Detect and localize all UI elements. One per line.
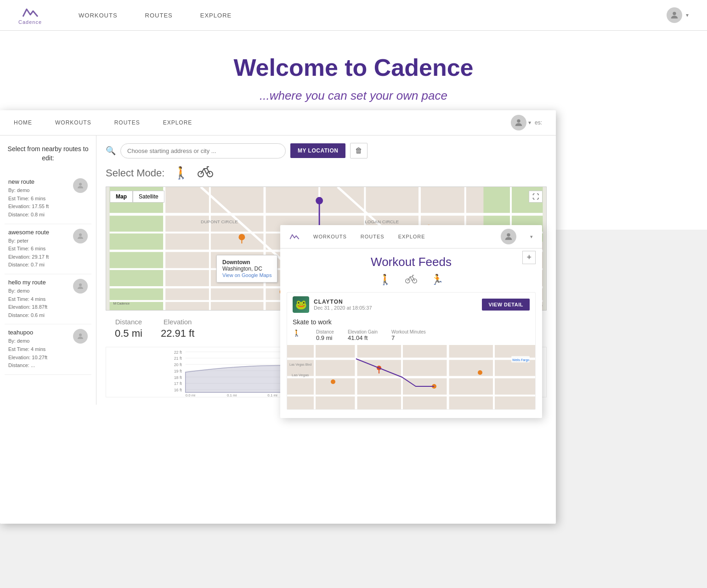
app-nav-workouts[interactable]: WORKOUTS — [55, 119, 91, 126]
svg-point-2 — [79, 183, 82, 186]
workout-user-info: CLAYTON Dec 31 , 2020 at 18:05:37 — [314, 299, 477, 311]
route-detail: By: demo Est Time: 4 mins Elevation: 18.… — [8, 287, 69, 319]
my-location-button[interactable]: MY LOCATION — [290, 143, 345, 158]
route-name: new route — [8, 178, 69, 185]
workout-elevation-stat: Elevation Gain 41.04 ft — [348, 329, 378, 341]
user-icon — [669, 10, 679, 20]
elevation-value: 22.91 ft — [161, 328, 194, 339]
app-user-avatar[interactable] — [511, 115, 526, 130]
svg-point-79 — [478, 370, 482, 375]
svg-text:Las Vegas: Las Vegas — [292, 373, 309, 377]
svg-point-0 — [673, 12, 676, 15]
feeds-user-avatar[interactable] — [501, 229, 516, 244]
user-icon — [514, 118, 524, 128]
workout-name: Skate to work — [287, 317, 535, 329]
infobox-title: Downtown — [222, 259, 250, 266]
svg-point-1 — [517, 119, 520, 123]
landing-nav: Cadence WORKOUTS ROUTES EXPLORE ▾ — [0, 0, 707, 31]
distance-label: Distance — [115, 318, 142, 326]
landing-logo: Cadence — [18, 6, 42, 25]
feeds-nav: WORKOUTS ROUTES EXPLORE ▾ — [280, 225, 542, 249]
person-icon — [76, 332, 85, 340]
view-detail-button[interactable]: VIEW DETAIL — [482, 299, 530, 311]
workout-map-svg: Las Vegas Las Vegas Blvd Wells Fargo — [287, 345, 535, 409]
app-nav: HOME WORKOUTS ROUTES EXPLORE ▾ es: — [0, 110, 556, 136]
app-user-chevron[interactable]: ▾ — [528, 119, 531, 126]
mode-row: Select Mode: 🚶 — [106, 165, 547, 181]
feeds-nav-workouts[interactable]: WORKOUTS — [313, 234, 347, 239]
svg-rect-9 — [110, 187, 164, 310]
sidebar: Select from nearby routes to edit: new r… — [0, 136, 96, 405]
svg-text:18 ft: 18 ft — [174, 375, 182, 380]
landing-nav-links: WORKOUTS ROUTES EXPLORE — [79, 12, 667, 19]
satellite-view-button[interactable]: Satellite — [133, 191, 164, 203]
svg-text:20 ft: 20 ft — [174, 362, 182, 367]
infobox-link[interactable]: View on Google Maps — [222, 272, 271, 278]
map-infobox: Downtown Washington, DC View on Google M… — [216, 255, 277, 283]
route-item[interactable]: new route By: demo Est Time: 6 mins Elev… — [5, 174, 91, 224]
walk-mode-icon[interactable]: 🚶 — [174, 166, 188, 180]
feeds-title: Workout Feeds — [280, 249, 542, 274]
map-controls: Map Satellite — [110, 191, 164, 203]
landing-title: Welcome to Cadence — [0, 54, 707, 81]
feeds-add-button[interactable]: + — [522, 251, 536, 264]
svg-text:22 ft: 22 ft — [174, 350, 182, 355]
feeds-bike-icon[interactable] — [405, 274, 417, 287]
elevation-label: Elevation — [161, 318, 194, 326]
route-item[interactable]: awesome route By: peter Est Time: 6 mins… — [5, 224, 91, 274]
workout-username: CLAYTON — [314, 299, 477, 305]
svg-text:0.1 mi: 0.1 mi — [227, 393, 237, 397]
landing-nav-routes[interactable]: ROUTES — [145, 12, 173, 19]
svg-point-63 — [406, 279, 410, 283]
route-item[interactable]: teahupoo By: demo Est Time: 4 mins Eleva… — [5, 324, 91, 374]
svg-text:16 ft: 16 ft — [174, 388, 182, 392]
app-nav-home[interactable]: HOME — [14, 119, 32, 126]
route-info: hello my route By: demo Est Time: 4 mins… — [8, 279, 69, 319]
elevation-stat: Elevation 22.91 ft — [161, 318, 194, 339]
route-avatar — [73, 279, 88, 294]
user-icon — [503, 232, 514, 242]
feeds-run-icon[interactable]: 🏃 — [431, 274, 443, 287]
route-info: teahupoo By: demo Est Time: 4 mins Eleva… — [8, 329, 69, 369]
workout-map-thumbnail: Las Vegas Las Vegas Blvd Wells Fargo — [287, 345, 535, 409]
app-nav-explore[interactable]: EXPLORE — [163, 119, 192, 126]
landing-nav-explore[interactable]: EXPLORE — [200, 12, 232, 19]
svg-point-31 — [238, 234, 245, 240]
person-icon — [76, 232, 85, 240]
feeds-nav-explore[interactable]: EXPLORE — [398, 234, 425, 239]
route-detail: By: demo Est Time: 4 mins Elevation: 10.… — [8, 337, 69, 369]
fullscreen-button[interactable]: ⛶ — [529, 191, 543, 203]
feeds-user-chevron[interactable]: ▾ — [530, 234, 533, 240]
feeds-logo-icon — [289, 232, 300, 241]
workout-date: Dec 31 , 2020 at 18:05:37 — [314, 305, 477, 311]
svg-point-80 — [331, 379, 335, 384]
feeds-nav-routes[interactable]: ROUTES — [361, 234, 385, 239]
feeds-logo-area — [289, 232, 300, 241]
route-info: awesome route By: peter Est Time: 6 mins… — [8, 229, 69, 269]
route-info: new route By: demo Est Time: 6 mins Elev… — [8, 178, 69, 219]
route-avatar — [73, 329, 88, 344]
svg-text:Wells Fargo: Wells Fargo — [512, 358, 529, 362]
bike-mode-icon[interactable] — [198, 165, 213, 181]
map-view-button[interactable]: Map — [110, 191, 133, 203]
infobox-subtitle: Washington, DC — [222, 266, 262, 272]
workout-distance-stat: Distance 0.9 mi — [316, 329, 334, 341]
svg-text:19 ft: 19 ft — [174, 369, 182, 373]
search-input[interactable] — [120, 143, 286, 158]
cadence-logo-icon — [22, 6, 39, 19]
landing-nav-workouts[interactable]: WORKOUTS — [79, 12, 118, 19]
landing-user-avatar[interactable] — [667, 7, 682, 23]
route-item[interactable]: hello my route By: demo Est Time: 4 mins… — [5, 274, 91, 324]
svg-point-3 — [79, 233, 82, 236]
svg-text:Las Vegas Blvd: Las Vegas Blvd — [289, 363, 311, 367]
trash-button[interactable]: 🗑 — [350, 143, 368, 158]
landing-user-chevron[interactable]: ▾ — [686, 12, 689, 18]
landing-logo-text: Cadence — [18, 19, 42, 25]
route-detail: By: peter Est Time: 6 mins Elevation: 29… — [8, 237, 69, 269]
app-nav-links: HOME WORKOUTS ROUTES EXPLORE — [14, 119, 483, 126]
route-detail: By: demo Est Time: 6 mins Elevation: 17.… — [8, 187, 69, 219]
svg-point-64 — [413, 279, 417, 283]
search-icon: 🔍 — [106, 146, 116, 156]
app-nav-routes[interactable]: ROUTES — [114, 119, 140, 126]
feeds-walk-icon[interactable]: 🚶 — [379, 274, 391, 287]
